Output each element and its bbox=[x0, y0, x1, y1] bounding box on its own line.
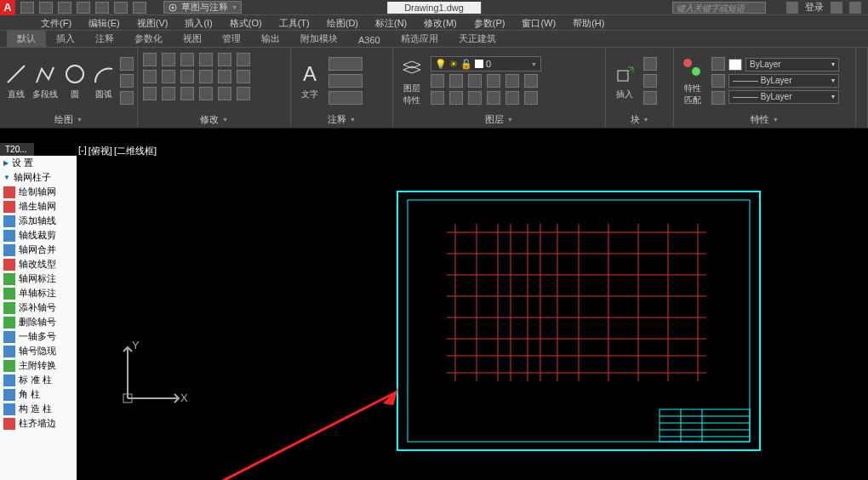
scale-icon[interactable] bbox=[237, 70, 250, 83]
tab-addins[interactable]: 附加模块 bbox=[290, 31, 348, 47]
palette-item[interactable]: 删除轴号 bbox=[0, 315, 77, 329]
erase-icon[interactable] bbox=[218, 53, 231, 66]
palette-item[interactable]: 构 造 柱 bbox=[0, 402, 77, 416]
search-icon[interactable] bbox=[786, 2, 798, 14]
workspace-selector[interactable]: 草图与注释 ▼ bbox=[163, 1, 242, 14]
circle-button[interactable]: 圆 bbox=[62, 61, 88, 100]
layer-tool-4[interactable] bbox=[487, 74, 500, 88]
menu-format[interactable]: 格式(O) bbox=[221, 15, 271, 31]
drawing-viewport[interactable]: [-] [俯视] [二维线框] Y X bbox=[77, 143, 868, 480]
palette-item[interactable]: 轴改线型 bbox=[0, 257, 77, 271]
shelf-tab[interactable]: T20... bbox=[0, 143, 34, 156]
menu-file[interactable]: 文件(F) bbox=[32, 15, 80, 31]
palette-item[interactable]: 绘制轴网 bbox=[0, 185, 77, 199]
layer-tool-7[interactable] bbox=[431, 91, 444, 105]
extend-icon[interactable] bbox=[199, 53, 213, 66]
trim-icon[interactable] bbox=[180, 53, 194, 66]
menu-edit[interactable]: 编辑(E) bbox=[80, 15, 128, 31]
palette-header-settings[interactable]: ▶ 设 置 bbox=[0, 156, 77, 170]
palette-item[interactable]: 墙生轴网 bbox=[0, 199, 77, 214]
layer-tool-3[interactable] bbox=[468, 74, 482, 88]
tab-featured[interactable]: 精选应用 bbox=[391, 31, 448, 47]
arc-button[interactable]: 圆弧 bbox=[91, 61, 117, 100]
copy-icon[interactable] bbox=[237, 53, 250, 66]
palette-item[interactable]: 轴网标注 bbox=[0, 271, 77, 286]
qat-print-icon[interactable] bbox=[95, 2, 109, 14]
qat-open-icon[interactable] bbox=[39, 2, 53, 14]
polyline-button[interactable]: 多段线 bbox=[32, 61, 58, 100]
menu-modify[interactable]: 修改(M) bbox=[415, 15, 465, 31]
line-button[interactable]: 直线 bbox=[3, 61, 29, 100]
layer-props-button[interactable]: 图层 特性 bbox=[397, 55, 427, 106]
layer-tool-10[interactable] bbox=[487, 91, 500, 105]
text-button[interactable]: A 文字 bbox=[294, 61, 325, 100]
modify-16[interactable] bbox=[199, 87, 213, 100]
search-input[interactable]: 键入关键字或短语 bbox=[672, 2, 766, 14]
palette-header-axis[interactable]: ▼ 轴网柱子 bbox=[0, 170, 77, 185]
tab-manage[interactable]: 管理 bbox=[212, 31, 251, 47]
panel-overflow[interactable] bbox=[856, 48, 868, 128]
qat-save-icon[interactable] bbox=[58, 2, 71, 14]
prop-tool-1[interactable] bbox=[711, 57, 725, 71]
app-logo[interactable]: A bbox=[0, 0, 15, 15]
tab-default[interactable]: 默认 bbox=[7, 31, 46, 47]
draw-small-1[interactable] bbox=[120, 57, 134, 71]
help-icon[interactable] bbox=[849, 2, 861, 14]
table-icon[interactable] bbox=[328, 91, 363, 105]
menu-param[interactable]: 参数(P) bbox=[465, 15, 514, 31]
qat-redo-icon[interactable] bbox=[133, 2, 146, 14]
fillet-icon[interactable] bbox=[162, 70, 175, 83]
rotate-icon[interactable] bbox=[162, 53, 175, 66]
draw-small-3[interactable] bbox=[120, 91, 134, 105]
block-create-icon[interactable] bbox=[643, 57, 657, 71]
layer-tool-9[interactable] bbox=[468, 91, 482, 105]
layer-tool-6[interactable] bbox=[524, 74, 538, 88]
modify-15[interactable] bbox=[180, 87, 194, 100]
layer-tool-5[interactable] bbox=[505, 74, 519, 88]
dim-linear-icon[interactable] bbox=[328, 57, 363, 71]
palette-item[interactable]: 轴号隐现 bbox=[0, 344, 77, 358]
insert-block-button[interactable]: 插入 bbox=[609, 61, 640, 100]
layer-tool-11[interactable] bbox=[505, 91, 519, 105]
modify-18[interactable] bbox=[237, 87, 250, 100]
prop-tool-3[interactable] bbox=[711, 91, 725, 105]
linetype-selector[interactable]: ——— ByLayer bbox=[728, 90, 839, 104]
explode-icon[interactable] bbox=[199, 70, 213, 83]
layer-tool-8[interactable] bbox=[449, 91, 463, 105]
offset-icon[interactable] bbox=[162, 87, 175, 100]
tab-a360[interactable]: A360 bbox=[348, 33, 391, 47]
palette-item[interactable]: 柱齐墙边 bbox=[0, 416, 77, 431]
qat-saveas-icon[interactable] bbox=[77, 2, 90, 14]
block-attr-icon[interactable] bbox=[643, 91, 657, 105]
stretch-icon[interactable] bbox=[218, 70, 231, 83]
palette-item[interactable]: 一轴多号 bbox=[0, 329, 77, 344]
mirror-icon[interactable] bbox=[143, 70, 157, 83]
tab-annotate[interactable]: 注释 bbox=[85, 31, 124, 47]
draw-small-2[interactable] bbox=[120, 74, 134, 88]
menu-help[interactable]: 帮助(H) bbox=[564, 15, 613, 31]
palette-item[interactable]: 标 准 柱 bbox=[0, 373, 77, 387]
layer-tool-2[interactable] bbox=[449, 74, 463, 88]
tab-parametric[interactable]: 参数化 bbox=[124, 31, 173, 47]
chamfer-icon[interactable] bbox=[180, 70, 194, 83]
color-selector[interactable]: ByLayer bbox=[745, 58, 839, 71]
leader-icon[interactable] bbox=[328, 74, 363, 88]
login-button[interactable]: 登录 bbox=[805, 1, 824, 14]
color-swatch[interactable] bbox=[728, 59, 742, 71]
palette-item[interactable]: 轴网合并 bbox=[0, 243, 77, 257]
menu-dim[interactable]: 标注(N) bbox=[367, 15, 415, 31]
move-icon[interactable] bbox=[143, 53, 157, 66]
menu-view[interactable]: 视图(V) bbox=[128, 15, 177, 31]
tab-output[interactable]: 输出 bbox=[251, 31, 290, 47]
palette-item[interactable]: 轴线裁剪 bbox=[0, 228, 77, 243]
lineweight-selector[interactable]: ——— ByLayer bbox=[728, 74, 839, 88]
menu-draw[interactable]: 绘图(D) bbox=[318, 15, 367, 31]
menu-window[interactable]: 窗口(W) bbox=[513, 15, 564, 31]
layer-tool-1[interactable] bbox=[431, 74, 444, 88]
qat-new-icon[interactable] bbox=[20, 2, 34, 14]
tab-view[interactable]: 视图 bbox=[173, 31, 212, 47]
viewport-controls[interactable]: [-] [俯视] [二维线框] bbox=[78, 145, 157, 157]
qat-undo-icon[interactable] bbox=[114, 2, 128, 14]
palette-item[interactable]: 添补轴号 bbox=[0, 300, 77, 315]
tab-tangent[interactable]: 天正建筑 bbox=[448, 31, 506, 47]
